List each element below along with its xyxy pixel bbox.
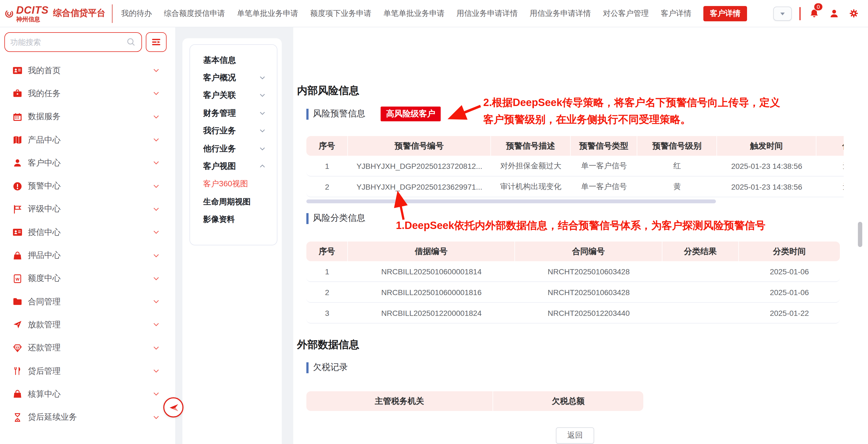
table-cell: 红 — [637, 156, 717, 176]
plane-icon — [12, 320, 22, 330]
sidebar-item-10[interactable]: 合同管理 — [0, 290, 175, 314]
sidebar-item-0[interactable]: 我的首页 — [0, 59, 175, 82]
table-cell: 单一客户信号 — [571, 156, 637, 176]
table-cell: 2025-01-06 — [739, 282, 840, 302]
subnav-item-0[interactable]: 基本信息 — [190, 51, 277, 69]
subnav-item-1[interactable]: 客户概况 — [190, 69, 277, 87]
subnav-child-1[interactable]: 生命周期视图 — [190, 193, 277, 211]
chevron-down-icon — [259, 145, 266, 152]
sidebar-collapse-button[interactable] — [163, 397, 184, 417]
sidebar-item-7[interactable]: 授信中心 — [0, 221, 175, 244]
subnav-item-5[interactable]: 他行业务 — [190, 140, 277, 158]
section-marker-bar — [306, 109, 309, 119]
chevron-down-icon — [152, 159, 160, 167]
arrow-to-table-row — [398, 194, 404, 220]
function-search-box[interactable] — [4, 32, 142, 52]
notification-bell-icon[interactable]: 0 — [808, 7, 820, 20]
sidebar-item-14[interactable]: 核算中心 — [0, 383, 175, 406]
back-button[interactable]: 返回 — [556, 427, 594, 444]
subnav-item-label: 我行业务 — [203, 126, 236, 136]
sidebar-item-11[interactable]: 放款管理 — [0, 314, 175, 336]
logo-product-name: 综合信贷平台 — [53, 8, 105, 19]
sidebar-item-6[interactable]: 评级中心 — [0, 198, 175, 221]
nav-item-8[interactable]: 客户详情 — [661, 8, 691, 18]
gem-icon — [12, 343, 22, 353]
sidebar-item-3[interactable]: 产品中心 — [0, 128, 175, 152]
nav-item-1[interactable]: 综合额度授信申请 — [164, 8, 225, 18]
chevron-down-icon — [152, 298, 160, 305]
table-cell: NRCHT2025010603428 — [515, 261, 662, 282]
nav-item-2[interactable]: 单笔单批业务申请 — [237, 8, 298, 18]
sidebar-item-label: 还款管理 — [28, 343, 61, 353]
sidebar-item-label: 我的首页 — [28, 65, 61, 76]
table-cell: 审计机构出现变化 — [491, 177, 571, 197]
sidebar-item-label: 贷后管理 — [28, 366, 61, 376]
subnav-item-2[interactable]: 客户关联 — [190, 87, 277, 105]
nav-item-5[interactable]: 用信业务申请详情 — [457, 8, 518, 18]
chevron-down-icon — [152, 136, 160, 144]
nav-active-tab[interactable]: 客户详情 — [703, 6, 747, 21]
subnav-child-2[interactable]: 影像资料 — [190, 211, 277, 229]
table-row-1: 1NRCBILL2025010600001814NRCHT20250106034… — [306, 261, 840, 282]
table-row-1: 1YJBHYJXH_DGP20250123720812...对外担保金额过大单一… — [306, 156, 844, 177]
sidebar-item-label: 额度中心 — [28, 273, 61, 284]
dcits-swirl-icon — [4, 3, 14, 24]
nav-item-3[interactable]: 额度项下业务申请 — [310, 8, 371, 18]
sidebar-item-8[interactable]: 押品中心 — [0, 244, 175, 267]
annotation-arrows — [293, 27, 868, 444]
table-header-row: 序号借据编号合同编号分类结果分类时间 — [306, 241, 840, 261]
logo: DCITS 神州信息 综合信贷平台 — [0, 3, 113, 24]
column-header: 预警信号级别 — [637, 136, 717, 156]
tax-section-header: 欠税记录 — [306, 362, 348, 373]
subnav-item-6[interactable]: 客户视图 — [190, 158, 277, 175]
table-horizontal-scrollbar[interactable] — [306, 200, 716, 203]
chevron-down-icon — [152, 413, 160, 421]
table-cell — [662, 282, 739, 302]
subnav-item-label: 基本信息 — [203, 55, 236, 65]
sidebar-item-label: 数据服务 — [28, 112, 61, 122]
settings-gear-icon[interactable] — [847, 7, 860, 20]
sidebar-item-1[interactable]: 我的任务 — [0, 82, 175, 106]
user-icon — [12, 158, 22, 168]
sidebar-item-15[interactable]: 贷后延续业务 — [0, 406, 175, 429]
sidebar-item-5[interactable]: 预警中心 — [0, 175, 175, 198]
nav-dropdown-button[interactable] — [773, 6, 792, 21]
id-card-icon — [12, 227, 22, 237]
sidebar-item-label: 放款管理 — [28, 320, 61, 330]
risk-warning-title: 风险预警信息 — [313, 108, 365, 120]
top-navbar: DCITS 神州信息 综合信贷平台 我的待办综合额度授信申请单笔单批业务申请额度… — [0, 0, 868, 27]
search-input[interactable] — [10, 38, 126, 47]
subnav-item-3[interactable]: 财务管理 — [190, 105, 277, 122]
nav-item-6[interactable]: 用信业务申请详情 — [530, 8, 591, 18]
chevron-down-icon — [152, 344, 160, 352]
sidebar-item-4[interactable]: 客户中心 — [0, 151, 175, 175]
table-cell: 3 — [306, 303, 348, 323]
table-cell: NRCHT2025012203440 — [515, 303, 662, 323]
chevron-up-icon — [259, 163, 266, 170]
nav-divider — [800, 7, 801, 20]
table-cell: 单一客户信号 — [571, 177, 637, 197]
sidebar-item-12[interactable]: 还款管理 — [0, 336, 175, 360]
table-cell: 2025-01-06 — [739, 261, 840, 282]
sidebar-item-label: 授信中心 — [28, 227, 61, 237]
column-header: 序号 — [306, 241, 348, 261]
chevron-down-icon — [152, 205, 160, 213]
nav-item-7[interactable]: 对公客户管理 — [603, 8, 649, 18]
page-vertical-scrollbar[interactable] — [858, 222, 862, 247]
main-content: 内部风险信息 风险预警信息 高风险级客户 2.根据DeepSeek传导策略，将客… — [293, 27, 868, 444]
user-profile-icon[interactable] — [828, 7, 840, 20]
nav-item-4[interactable]: 单笔单批业务申请 — [383, 8, 444, 18]
sidebar-item-9[interactable]: W额度中心 — [0, 267, 175, 290]
column-header: 触发时间 — [717, 136, 816, 156]
sidebar-menu: 我的首页我的任务数据服务产品中心客户中心预警中心评级中心授信中心押品中心W额度中… — [0, 59, 175, 429]
menu-toggle-button[interactable] — [146, 32, 166, 52]
sidebar-item-13[interactable]: 贷后管理 — [0, 360, 175, 383]
nav-item-0[interactable]: 我的待办 — [121, 8, 152, 18]
column-header: 预警信号类型 — [571, 136, 637, 156]
subnav-item-4[interactable]: 我行业务 — [190, 122, 277, 140]
sidebar-item-label: 我的任务 — [28, 89, 61, 99]
subnav-child-label: 生命周期视图 — [203, 197, 251, 207]
sidebar-item-2[interactable]: 数据服务 — [0, 105, 175, 128]
sidebar-item-label: 客户中心 — [28, 158, 61, 168]
subnav-child-0-active[interactable]: 客户360视图 — [190, 175, 277, 193]
